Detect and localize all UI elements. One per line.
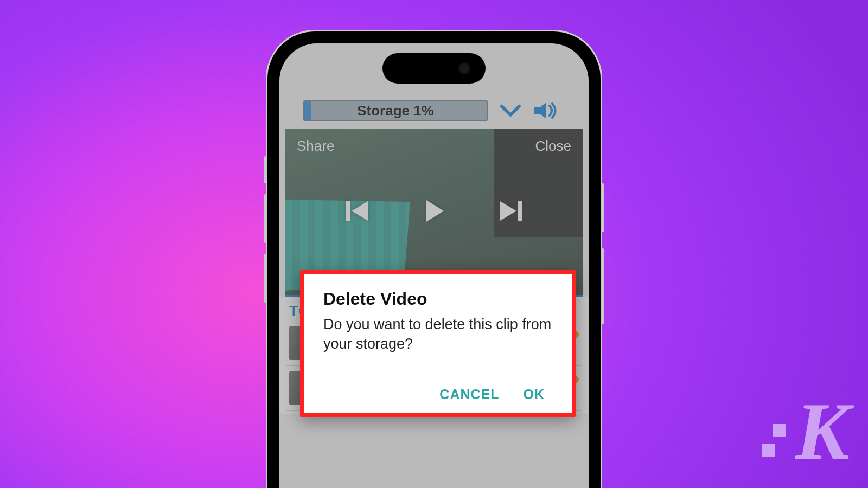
dialog-actions: CANCEL OK [323,387,552,402]
watermark-letter: K [795,390,846,472]
svg-marker-2 [352,201,368,221]
ok-button[interactable]: OK [524,387,545,402]
watermark-dots-icon [762,424,786,457]
delete-video-dialog: Delete Video Do you want to delete this … [300,270,576,417]
phone-side-button [264,254,267,303]
close-button[interactable]: Close [535,138,571,155]
playback-controls [343,197,525,227]
app-root: Storage 1% Share Close [279,43,589,488]
phone-frame: Storage 1% Share Close [266,30,602,488]
chevron-down-icon[interactable] [500,104,521,117]
watermark-logo: K [762,390,846,472]
dialog-container: Delete Video Do you want to delete this … [300,270,576,417]
phone-side-button [264,194,267,243]
play-icon[interactable] [420,197,448,227]
storage-label: Storage 1% [357,102,434,119]
storage-indicator[interactable]: Storage 1% [303,100,488,121]
cancel-button[interactable]: CANCEL [439,387,499,402]
storage-fill [304,101,311,120]
phone-screen: Storage 1% Share Close [279,43,589,488]
previous-icon[interactable] [343,197,371,227]
svg-rect-1 [346,201,350,221]
share-button[interactable]: Share [297,138,334,155]
top-bar: Storage 1% [279,97,589,129]
next-icon[interactable] [497,197,525,227]
svg-rect-4 [518,201,522,221]
promo-background: Storage 1% Share Close [0,0,868,488]
speaker-icon[interactable] [533,101,557,120]
svg-marker-3 [426,200,444,222]
dialog-message: Do you want to delete this clip from you… [323,314,552,354]
phone-side-button [264,156,267,183]
dialog-title: Delete Video [323,289,552,309]
svg-marker-5 [500,201,516,221]
dynamic-island [382,53,486,84]
svg-marker-0 [534,102,546,119]
